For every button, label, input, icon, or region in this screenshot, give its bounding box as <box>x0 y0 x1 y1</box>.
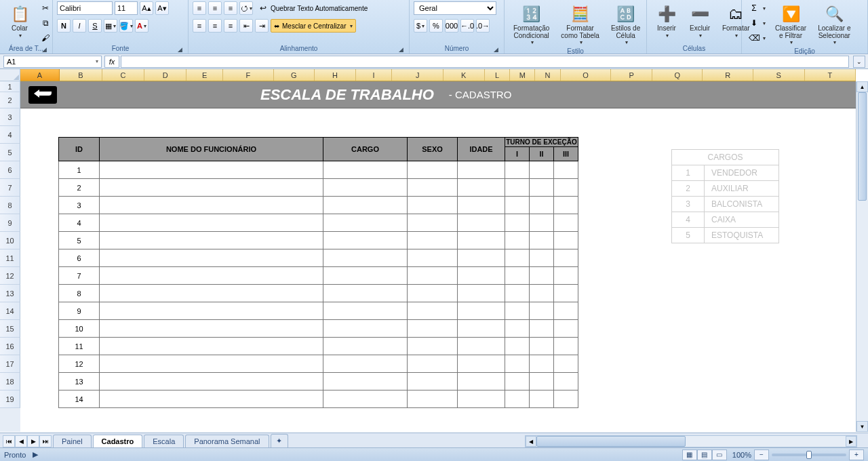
table-row[interactable]: 7 <box>59 267 578 285</box>
dialog-launcher-icon[interactable]: ◢ <box>42 46 47 53</box>
align-left-button[interactable]: ≡ <box>193 19 206 33</box>
font-color-button[interactable]: A▾ <box>135 19 149 33</box>
tab-nav-next[interactable]: ▶ <box>27 435 39 447</box>
conditional-format-button[interactable]: 🔢Formatação Condicional▾ <box>509 1 554 47</box>
underline-button[interactable]: S <box>88 19 102 33</box>
row-header[interactable]: 2 <box>0 92 20 108</box>
column-header[interactable]: K <box>443 69 485 81</box>
currency-button[interactable]: $▾ <box>414 19 427 33</box>
row-header[interactable]: 4 <box>0 126 20 144</box>
wrap-text-button[interactable]: ↩Quebrar Texto Automaticamente <box>255 1 370 15</box>
table-row[interactable]: 1 <box>59 161 578 179</box>
merge-center-button[interactable]: ⬌Mesclar e Centralizar▾ <box>271 19 356 33</box>
italic-button[interactable]: I <box>73 19 86 33</box>
dialog-launcher-icon[interactable]: ◢ <box>399 46 403 53</box>
column-header[interactable]: M <box>510 69 535 81</box>
column-header[interactable]: F <box>223 69 274 81</box>
vertical-scrollbar[interactable]: ▲ ▼ <box>856 81 868 432</box>
zoom-in-button[interactable]: + <box>849 449 864 460</box>
row-header[interactable]: 13 <box>0 285 20 302</box>
decrease-indent-button[interactable]: ⇤ <box>239 19 253 33</box>
shrink-font-button[interactable]: A▾ <box>155 1 169 15</box>
align-right-button[interactable]: ≡ <box>224 19 237 33</box>
insert-cells-button[interactable]: ➕Inserir▾ <box>651 1 682 41</box>
dialog-launcher-icon[interactable]: ◢ <box>178 46 182 53</box>
new-sheet-tab[interactable]: ✦ <box>271 434 288 447</box>
chevron-down-icon[interactable]: ▾ <box>96 58 98 64</box>
column-header[interactable]: C <box>102 69 144 81</box>
column-header[interactable]: H <box>315 69 356 81</box>
row-header[interactable]: 14 <box>0 302 20 320</box>
row-header[interactable]: 10 <box>0 232 20 249</box>
view-normal-button[interactable]: ▦ <box>682 449 697 460</box>
row-header[interactable]: 19 <box>0 390 20 408</box>
table-row[interactable]: 11 <box>59 338 578 355</box>
column-header[interactable]: P <box>611 69 652 81</box>
delete-cells-button[interactable]: ➖Excluir▾ <box>684 1 715 41</box>
row-header[interactable]: 1 <box>0 81 20 92</box>
sheet-tab[interactable]: Escala <box>144 435 184 447</box>
column-header[interactable]: Q <box>652 69 703 81</box>
table-row[interactable]: 10 <box>59 320 578 338</box>
tab-nav-last[interactable]: ⏭ <box>39 435 52 447</box>
increase-indent-button[interactable]: ⇥ <box>255 19 269 33</box>
increase-decimal-button[interactable]: ←.0 <box>460 19 474 33</box>
fill-color-button[interactable]: 🪣▾ <box>119 19 133 33</box>
row-header[interactable]: 16 <box>0 338 20 355</box>
number-format-combo[interactable]: Geral <box>414 1 496 15</box>
scroll-left-button[interactable]: ◀ <box>526 436 536 447</box>
table-row[interactable]: 8 <box>59 285 578 302</box>
grow-font-button[interactable]: A▴ <box>140 1 153 15</box>
view-page-break-button[interactable]: ▭ <box>712 449 727 460</box>
tab-nav-prev[interactable]: ◀ <box>15 435 27 447</box>
zoom-out-button[interactable]: − <box>754 449 769 460</box>
percent-button[interactable]: % <box>429 19 443 33</box>
comma-button[interactable]: 000 <box>445 19 458 33</box>
align-top-button[interactable]: ≡ <box>193 1 206 15</box>
column-header[interactable]: T <box>805 69 856 81</box>
decrease-decimal-button[interactable]: .0→ <box>476 19 490 33</box>
align-bottom-button[interactable]: ≡ <box>224 1 237 15</box>
zoom-slider[interactable] <box>772 454 846 456</box>
table-row[interactable]: 3 <box>59 197 578 214</box>
column-header[interactable]: I <box>356 69 393 81</box>
scroll-right-button[interactable]: ▶ <box>846 436 856 447</box>
border-button[interactable]: ▦▾ <box>104 19 117 33</box>
table-row[interactable]: 6 <box>59 249 578 267</box>
column-header[interactable]: J <box>392 69 443 81</box>
expand-formula-bar-button[interactable]: ⌄ <box>853 56 865 68</box>
column-header[interactable]: L <box>485 69 511 81</box>
align-center-button[interactable]: ≡ <box>208 19 222 33</box>
column-header[interactable]: A <box>20 69 60 81</box>
row-header[interactable]: 18 <box>0 373 20 390</box>
font-name-combo[interactable] <box>57 1 113 15</box>
view-page-layout-button[interactable]: ▤ <box>697 449 712 460</box>
row-header[interactable]: 8 <box>0 197 20 214</box>
column-header[interactable]: D <box>144 69 187 81</box>
align-middle-button[interactable]: ≡ <box>208 1 222 15</box>
row-header[interactable]: 11 <box>0 249 20 267</box>
cells-area[interactable]: ESCALA DE TRABALHO - CADASTRO ID NOME DO… <box>20 81 856 432</box>
row-header[interactable]: 6 <box>0 161 20 179</box>
scroll-thumb[interactable] <box>858 92 867 201</box>
sheet-tab[interactable]: Cadastro <box>93 435 143 447</box>
table-row[interactable]: 5 <box>59 232 578 249</box>
scroll-down-button[interactable]: ▼ <box>856 421 868 432</box>
row-header[interactable]: 7 <box>0 179 20 197</box>
cell-styles-button[interactable]: 🔠Estilos de Célula▾ <box>606 1 645 47</box>
copy-button[interactable]: ⧉ <box>37 16 54 30</box>
cut-button[interactable]: ✂ <box>37 1 54 15</box>
hscroll-thumb[interactable] <box>536 436 686 447</box>
insert-function-button[interactable]: fx <box>104 56 119 68</box>
row-header[interactable]: 3 <box>0 108 20 126</box>
sort-filter-button[interactable]: 🔽Classificar e Filtrar▾ <box>770 1 811 47</box>
find-select-button[interactable]: 🔍Localizar e Selecionar▾ <box>813 1 855 47</box>
paste-button[interactable]: 📋 Colar ▾ <box>4 1 35 41</box>
row-header[interactable]: 9 <box>0 214 20 232</box>
font-size-combo[interactable] <box>115 1 138 15</box>
format-painter-button[interactable]: 🖌 <box>37 31 54 45</box>
autosum-button[interactable]: Σ▾ <box>746 1 768 15</box>
column-header[interactable]: O <box>561 69 612 81</box>
column-header[interactable]: B <box>60 69 103 81</box>
column-header[interactable]: N <box>535 69 561 81</box>
